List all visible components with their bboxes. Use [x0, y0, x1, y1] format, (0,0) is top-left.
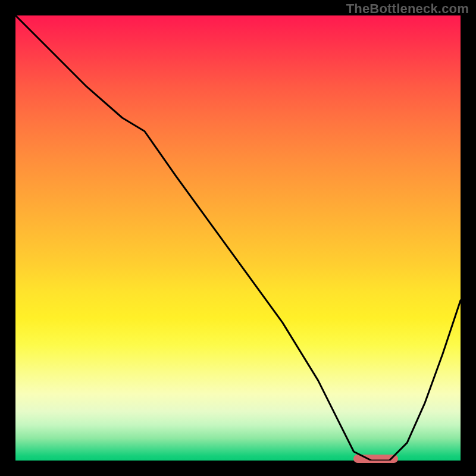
curve-overlay — [15, 15, 461, 461]
chart-container: TheBottleneck.com — [0, 0, 476, 476]
watermark-text: TheBottleneck.com — [346, 1, 469, 17]
response-curve — [15, 15, 461, 461]
